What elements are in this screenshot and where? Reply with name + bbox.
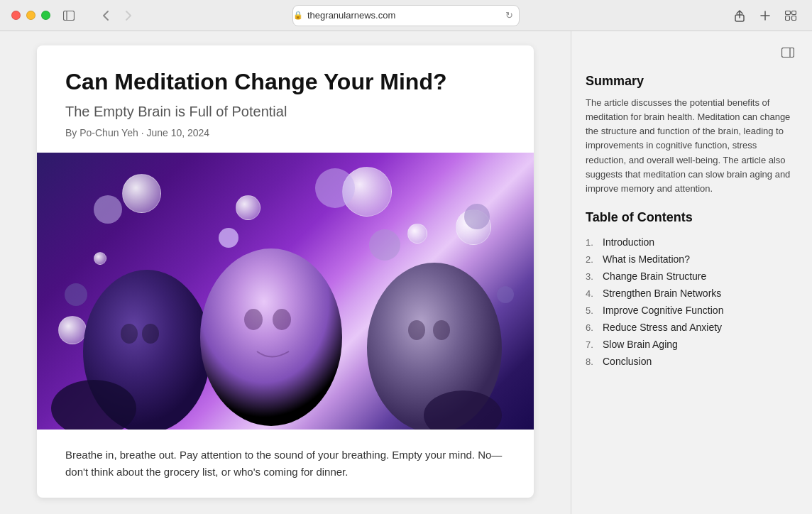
toc-item-number: 3. [586, 271, 598, 282]
toc-title: Table of Contents [586, 210, 798, 225]
toc-item-label: Reduce Stress and Anxiety [603, 322, 722, 333]
toc-item[interactable]: 3.Change Brain Structure [586, 268, 798, 285]
toc-item[interactable]: 8.Conclusion [586, 353, 798, 370]
svg-rect-5 [786, 16, 790, 20]
svg-point-21 [219, 228, 238, 248]
svg-point-20 [464, 204, 490, 229]
svg-point-24 [497, 286, 514, 303]
traffic-lights [11, 11, 50, 20]
forward-button[interactable] [119, 6, 138, 26]
toc-item-label: Conclusion [603, 356, 652, 367]
reload-icon[interactable]: ↻ [505, 10, 513, 21]
title-bar: 🔒 thegranularnews.com ↻ [0, 0, 812, 31]
close-button[interactable] [11, 11, 21, 20]
toc-item-number: 1. [586, 237, 598, 248]
article-title: Can Meditation Change Your Mind? [65, 68, 505, 95]
summary-title: Summary [586, 74, 798, 89]
toc-item[interactable]: 4.Strengthen Brain Networks [586, 285, 798, 302]
url-bar[interactable]: 🔒 thegranularnews.com ↻ [292, 5, 520, 26]
share-button[interactable] [730, 6, 750, 26]
article-body-text: Breathe in, breathe out. Pay attention t… [65, 447, 505, 481]
svg-point-14 [408, 320, 425, 340]
back-button[interactable] [96, 6, 116, 26]
toc-item[interactable]: 1.Introduction [586, 234, 798, 251]
browser-content: Can Meditation Change Your Mind? The Emp… [0, 31, 812, 514]
svg-point-8 [121, 324, 138, 344]
toc-item-label: Strengthen Brain Networks [603, 288, 721, 299]
svg-point-15 [433, 320, 450, 340]
toc-item-label: What is Meditation? [603, 253, 690, 265]
article-byline: By Po-Chun Yeh · June 10, 2024 [65, 127, 505, 138]
sidebar-toggle-top [586, 43, 798, 62]
toc-item[interactable]: 2.What is Meditation? [586, 251, 798, 268]
minimize-button[interactable] [26, 11, 35, 20]
toc-item-label: Slow Brain Aging [603, 339, 678, 350]
nav-arrows [96, 6, 138, 26]
sidebar: Summary The article discusses the potent… [571, 31, 812, 514]
toc-item[interactable]: 5.Improve Cognitive Function [586, 302, 798, 319]
toc-item-number: 6. [586, 322, 598, 333]
svg-point-12 [273, 309, 291, 330]
toc-item-label: Improve Cognitive Function [603, 305, 723, 316]
article-card: Can Meditation Change Your Mind? The Emp… [37, 45, 534, 498]
svg-rect-4 [792, 11, 796, 14]
svg-point-18 [94, 195, 122, 224]
svg-point-22 [369, 229, 400, 261]
article-hero-image [37, 153, 534, 430]
toc-item[interactable]: 6.Reduce Stress and Anxiety [586, 319, 798, 336]
toc-item-number: 2. [586, 254, 598, 265]
toc-item-number: 8. [586, 356, 598, 367]
svg-point-19 [315, 168, 355, 208]
toc-list: 1.Introduction2.What is Meditation?3.Cha… [586, 234, 798, 370]
article-body: Breathe in, breathe out. Pay attention t… [37, 430, 534, 498]
toolbar-right [730, 6, 801, 26]
sidebar-panel-toggle-button[interactable] [778, 43, 798, 62]
svg-point-23 [65, 283, 87, 306]
svg-point-9 [142, 324, 159, 344]
svg-rect-25 [782, 48, 794, 58]
svg-rect-0 [64, 11, 75, 20]
article-header: Can Meditation Change Your Mind? The Emp… [37, 45, 534, 153]
svg-rect-6 [792, 16, 796, 20]
svg-point-10 [200, 248, 342, 426]
url-text: thegranularnews.com [307, 10, 395, 21]
tab-overview-button[interactable] [781, 6, 801, 26]
summary-text: The article discusses the potential bene… [586, 96, 798, 196]
lock-icon: 🔒 [293, 11, 303, 20]
toc-item-number: 5. [586, 305, 598, 316]
article-pane: Can Meditation Change Your Mind? The Emp… [0, 31, 571, 514]
article-subtitle: The Empty Brain is Full of Potential [65, 104, 505, 120]
toc-item-label: Introduction [603, 236, 654, 248]
toc-item[interactable]: 7.Slow Brain Aging [586, 336, 798, 353]
sidebar-toggle-button[interactable] [59, 6, 79, 26]
toc-item-number: 4. [586, 288, 598, 299]
svg-rect-3 [786, 11, 791, 14]
toc-item-number: 7. [586, 339, 598, 350]
new-tab-button[interactable] [755, 6, 775, 26]
svg-point-11 [244, 309, 263, 330]
maximize-button[interactable] [41, 11, 50, 20]
toc-item-label: Change Brain Structure [603, 270, 706, 282]
